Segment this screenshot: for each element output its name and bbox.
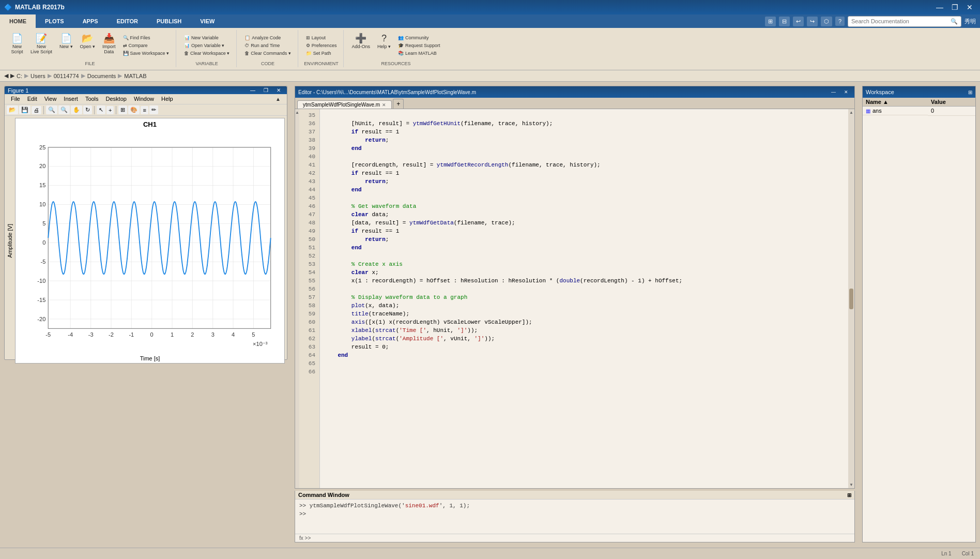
fig-menu-window[interactable]: Window [131,95,157,103]
find-files-button[interactable]: 🔍 Find Files [120,34,172,41]
fig-rotate-btn[interactable]: ↻ [83,105,92,114]
breadcrumb-item-docs[interactable]: Documents [87,73,116,79]
request-support-button[interactable]: 🎓 Request Support [395,42,443,49]
new-script-button[interactable]: 📄 NewScript [8,32,26,56]
fig-legend-btn[interactable]: ≡ [141,106,148,114]
fig-expand-button[interactable]: ▲ [272,95,284,103]
ws-header-row: Name ▲ Value [863,98,975,107]
run-and-time-button[interactable]: ⏱ Run and Time [242,42,294,49]
toolbar-icon-2[interactable]: ⊟ [779,17,790,26]
command-panel: Command Window ⊞ >> ytmSampleWdfPlotSing… [295,491,855,542]
svg-text:25: 25 [39,144,45,150]
fig-grid-btn[interactable]: ⊞ [118,105,127,114]
minimize-button[interactable]: — [933,2,946,12]
addons-button[interactable]: ➕ Add-Ons [349,32,373,51]
fig-open-btn[interactable]: 📂 [7,105,18,114]
command-expand-btn[interactable]: ⊞ [847,492,851,498]
toolbar-icon-4[interactable]: ↪ [807,17,818,26]
tab-apps[interactable]: APPS [73,14,108,28]
breadcrumb-item-c[interactable]: C: [17,73,22,79]
fig-cursor-btn[interactable]: ↖ [97,105,105,114]
open-variable-button[interactable]: 📊 Open Variable ▾ [181,42,232,49]
figure-title: Figure 1 [8,87,28,94]
variable-group-label: VARIABLE [195,61,218,67]
code-content[interactable]: [hUnit, result] = ytmWdfGetHUnit(filenam… [320,109,848,488]
breadcrumb-item-id[interactable]: 00114774 [54,73,79,79]
fig-zoom-out-btn[interactable]: 🔍 [58,105,70,114]
tab-view[interactable]: VIEW [191,14,224,28]
layout-button[interactable]: ⊞ Layout [303,34,340,41]
fig-save-btn[interactable]: 💾 [19,105,30,114]
command-content[interactable]: >> ytmSampleWdfPlotSingleWave('sine01.wd… [295,500,854,534]
breadcrumb-sep1: ▶ [24,72,28,79]
editor-panel: Editor - C:\Users\%\...\Documents\MATLAB… [295,86,855,489]
fig-menu-edit[interactable]: Edit [24,95,40,103]
compare-button[interactable]: ⇄ Compare [120,42,172,49]
new-button[interactable]: 📄 New ▾ [57,32,75,51]
clear-commands-button[interactable]: 🗑 Clear Commands ▾ [242,50,294,57]
community-button[interactable]: 👥 Community [395,34,443,41]
new-live-script-button[interactable]: 📝 NewLive Script [28,32,55,56]
fig-pan-btn[interactable]: ✋ [71,105,82,114]
tab-publish[interactable]: PUBLISH [147,14,191,28]
search-input[interactable] [851,18,948,24]
fig-zoom-in-btn[interactable]: 🔍 [46,105,57,114]
fig-print-btn[interactable]: 🖨 [32,106,41,114]
fig-datacursor-btn[interactable]: + [106,106,114,114]
title-bar-left: 🔷 MATLAB R2017b [4,4,65,11]
set-path-icon: 📁 [306,51,312,56]
ws-col-name[interactable]: Name ▲ [863,98,928,107]
svg-text:-15: -15 [37,297,45,303]
preferences-button[interactable]: ⚙ Preferences [303,42,340,49]
tab-home[interactable]: HOME [0,14,36,28]
fig-colormap-btn[interactable]: 🎨 [128,105,140,114]
workspace-expand-btn[interactable]: ⊞ [968,89,972,95]
figure-min-button[interactable]: — [247,86,258,94]
main-area: Figure 1 — ❐ ✕ File Edit View Insert Too… [0,82,980,542]
close-button[interactable]: ✕ [963,2,976,12]
breadcrumb-item-matlab[interactable]: MATLAB [124,73,146,79]
breadcrumb-item-users[interactable]: Users [30,73,45,79]
editor-tab-close[interactable]: ✕ [382,102,386,108]
fig-menu-desktop[interactable]: Desktop [103,95,130,103]
editor-min-btn[interactable]: — [828,88,839,96]
fig-menu-view[interactable]: View [41,95,60,103]
workspace-title: Workspace [866,89,894,95]
fig-plot-edit-btn[interactable]: ✏ [149,105,158,114]
restore-button[interactable]: ❐ [948,2,961,12]
figure-content-area: Amplitude [V] CH1 [5,116,287,366]
fig-menu-tools[interactable]: Tools [82,95,102,103]
tab-plots[interactable]: PLOTS [36,14,73,28]
figure-title-bar: Figure 1 — ❐ ✕ [5,86,287,94]
scrollbar-down[interactable]: ▼ [849,482,853,487]
toolbar-icon-1[interactable]: ⊞ [765,17,776,26]
scroll-arrow-up[interactable]: ▲ [295,110,299,115]
save-workspace-button[interactable]: 💾 Save Workspace ▾ [120,50,172,57]
fig-menu-insert[interactable]: Insert [60,95,81,103]
analyze-code-button[interactable]: 📋 Analyze Code [242,34,294,41]
editor-close-btn[interactable]: ✕ [841,88,851,96]
editor-tab-main[interactable]: ytmSampleWdfPlotSingleWave.m ✕ [297,100,392,109]
breadcrumb-sep4: ▶ [118,72,122,79]
toolbar-icon-5[interactable]: ⬡ [821,17,832,26]
tab-editor[interactable]: EDITOR [108,14,147,28]
editor-add-tab[interactable]: + [393,99,404,109]
fig-menu-file[interactable]: File [8,95,23,103]
fig-menu-help[interactable]: Help [158,95,176,103]
figure-close-button[interactable]: ✕ [273,86,284,94]
scrollbar-up[interactable]: ▲ [849,110,853,115]
import-data-button[interactable]: 📥 ImportData [100,32,118,56]
learn-matlab-button[interactable]: 📚 Learn MATLAB [395,50,443,57]
ws-col-value[interactable]: Value [928,98,975,107]
figure-restore-button[interactable]: ❐ [261,86,271,94]
new-variable-button[interactable]: 📊 New Variable [181,34,232,41]
help-button[interactable]: ? Help ▾ [375,32,393,51]
set-path-button[interactable]: 📁 Set Path [303,50,340,57]
toolbar-icon-3[interactable]: ↩ [793,17,804,26]
scrollbar-thumb[interactable] [849,289,853,309]
code-scrollbar[interactable]: ▲ ▼ [848,109,854,488]
svg-text:20: 20 [39,163,45,169]
clear-workspace-button[interactable]: 🗑 Clear Workspace ▾ [181,50,232,57]
open-button[interactable]: 📂 Open ▾ [78,32,98,51]
toolbar-icon-6[interactable]: ? [835,17,845,26]
